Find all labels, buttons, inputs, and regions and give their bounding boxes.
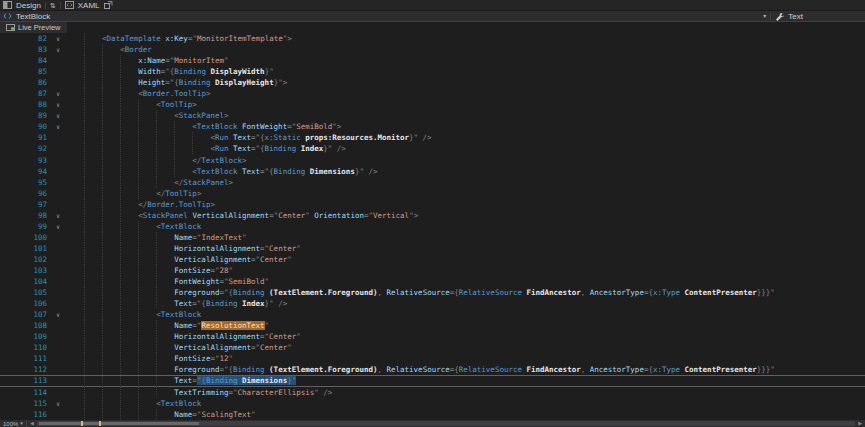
line-number[interactable]: 91 [0, 132, 50, 143]
line-number[interactable]: 82 [0, 33, 50, 44]
line-number[interactable]: 115 [0, 398, 50, 409]
line-number[interactable]: 104 [0, 276, 50, 287]
indent-guide [138, 254, 139, 265]
fold-chevron-icon[interactable]: ∨ [50, 99, 66, 110]
breadcrumb-dropdown-icon[interactable]: ▾ [763, 11, 766, 22]
line-number[interactable]: 95 [0, 177, 50, 188]
line-number[interactable]: 99 [0, 221, 50, 232]
line-number[interactable]: 97 [0, 199, 50, 210]
scroll-right-icon[interactable]: ▶ [858, 420, 862, 427]
line-number[interactable]: 94 [0, 166, 50, 177]
code-line[interactable]: 88∨<ToolTip> [0, 99, 865, 110]
fold-chevron-icon[interactable]: ∨ [50, 210, 66, 221]
line-number[interactable]: 84 [0, 55, 50, 66]
zoom-control[interactable]: 100% ▾ [3, 420, 27, 427]
swap-panes-icon[interactable]: ⇅ [50, 0, 56, 11]
line-number[interactable]: 113 [0, 376, 50, 385]
code-line[interactable]: 91<Run Text="{x:Static props:Resources.M… [0, 132, 865, 143]
indent-guide [156, 287, 157, 298]
code-line[interactable]: 111FontSize="12" [0, 353, 865, 364]
line-number[interactable]: 112 [0, 364, 50, 375]
fold-chevron-icon[interactable]: ∨ [50, 221, 66, 232]
code-line[interactable]: 84x:Name="MonitorItem" [0, 55, 865, 66]
line-number[interactable]: 89 [0, 110, 50, 121]
fold-chevron-icon[interactable]: ∨ [50, 44, 66, 55]
line-number[interactable]: 90 [0, 121, 50, 132]
code-line[interactable]: 105Foreground="{Binding (TextElement.For… [0, 287, 865, 298]
code-line[interactable]: 89∨<StackPanel> [0, 110, 865, 121]
code-line[interactable]: 86Height="{Binding DisplayHeight}"> [0, 77, 865, 88]
code-line[interactable]: 94<TextBlock Text="{Binding Dimensions}"… [0, 166, 865, 177]
code-line[interactable]: 112Foreground="{Binding (TextElement.For… [0, 364, 865, 375]
line-number[interactable]: 106 [0, 298, 50, 309]
line-number[interactable]: 102 [0, 254, 50, 265]
fold-chevron-icon[interactable]: ∨ [50, 398, 66, 409]
wrench-icon[interactable] [775, 12, 784, 21]
code-line[interactable]: 92<Run Text="{Binding Index}" /> [0, 143, 865, 154]
code-line[interactable]: 97</Border.ToolTip> [0, 199, 865, 210]
line-number[interactable]: 93 [0, 155, 50, 166]
code-line[interactable]: 108Name="ResolutionText" [0, 320, 865, 331]
fold-chevron-icon[interactable]: ∨ [50, 88, 66, 99]
line-number[interactable]: 116 [0, 409, 50, 420]
code-line[interactable]: 104FontWeight="SemiBold" [0, 276, 865, 287]
scroll-left-icon[interactable]: ◀ [30, 420, 34, 427]
fold-margin [50, 66, 66, 77]
code-line[interactable]: 103FontSize="28" [0, 265, 865, 276]
line-number[interactable]: 105 [0, 287, 50, 298]
code-editor[interactable]: 82∨<DataTemplate x:Key="MonitorItemTempl… [0, 33, 865, 427]
fold-chevron-icon[interactable]: ∨ [50, 121, 66, 132]
code-line[interactable]: 87∨<Border.ToolTip> [0, 88, 865, 99]
line-number[interactable]: 114 [0, 387, 50, 398]
line-number[interactable]: 92 [0, 143, 50, 154]
code-line[interactable]: 82∨<DataTemplate x:Key="MonitorItemTempl… [0, 33, 865, 44]
code-line[interactable]: 96</ToolTip> [0, 188, 865, 199]
code-line[interactable]: 115∨<TextBlock [0, 398, 865, 409]
code-line[interactable]: 101HorizontalAlignment="Center" [0, 243, 865, 254]
line-number[interactable]: 86 [0, 77, 50, 88]
code-line[interactable]: 83∨<Border [0, 44, 865, 55]
line-number[interactable]: 88 [0, 99, 50, 110]
breadcrumb-property[interactable]: Text [788, 12, 803, 21]
code-line[interactable]: 106Text="{Binding Index}" /> [0, 298, 865, 309]
fold-margin [50, 232, 66, 243]
code-line[interactable]: 93</TextBlock> [0, 155, 865, 166]
fold-chevron-icon[interactable]: ∨ [50, 110, 66, 121]
code-line[interactable]: 95</StackPanel> [0, 177, 865, 188]
line-number[interactable]: 96 [0, 188, 50, 199]
code-line[interactable]: 113Text="{Binding Dimensions}" [0, 375, 865, 386]
code-line[interactable]: 99∨<TextBlock [0, 221, 865, 232]
line-number[interactable]: 101 [0, 243, 50, 254]
code-line[interactable]: 98∨<StackPanel VerticalAlignment="Center… [0, 210, 865, 221]
line-number[interactable]: 110 [0, 342, 50, 353]
line-number[interactable]: 85 [0, 66, 50, 77]
code-line[interactable]: 85Width="{Binding DisplayWidth}" [0, 66, 865, 77]
code-line[interactable]: 90∨<TextBlock FontWeight="SemiBold"> [0, 121, 865, 132]
horizontal-scrollbar[interactable] [37, 421, 855, 426]
scrollbar-thumb[interactable] [39, 422, 199, 425]
popout-window-icon[interactable] [104, 1, 113, 9]
line-number[interactable]: 98 [0, 210, 50, 221]
line-number[interactable]: 103 [0, 265, 50, 276]
xaml-tab[interactable]: XAML [78, 1, 100, 10]
line-number[interactable]: 108 [0, 320, 50, 331]
fold-chevron-icon[interactable]: ∨ [50, 33, 66, 44]
code-line[interactable]: 102VerticalAlignment="Center" [0, 254, 865, 265]
code-line[interactable]: 100Name="IndexText" [0, 232, 865, 243]
code-line[interactable]: 110VerticalAlignment="Center" [0, 342, 865, 353]
live-preview-tab[interactable]: Live Preview [0, 22, 67, 33]
line-number[interactable]: 83 [0, 44, 50, 55]
line-number[interactable]: 100 [0, 232, 50, 243]
design-tab[interactable]: Design [16, 1, 41, 10]
line-number[interactable]: 111 [0, 353, 50, 364]
line-number[interactable]: 107 [0, 309, 50, 320]
code-line[interactable]: 109HorizontalAlignment="Center" [0, 331, 865, 342]
code-line[interactable]: 107∨<TextBlock [0, 309, 865, 320]
code-line[interactable]: 116Name="ScalingText" [0, 409, 865, 420]
indent-guide [138, 298, 139, 309]
breadcrumb-element[interactable]: TextBlock [16, 12, 50, 21]
line-number[interactable]: 109 [0, 331, 50, 342]
fold-chevron-icon[interactable]: ∨ [50, 309, 66, 320]
line-number[interactable]: 87 [0, 88, 50, 99]
code-line[interactable]: 114TextTrimming="CharacterEllipsis" /> [0, 387, 865, 398]
